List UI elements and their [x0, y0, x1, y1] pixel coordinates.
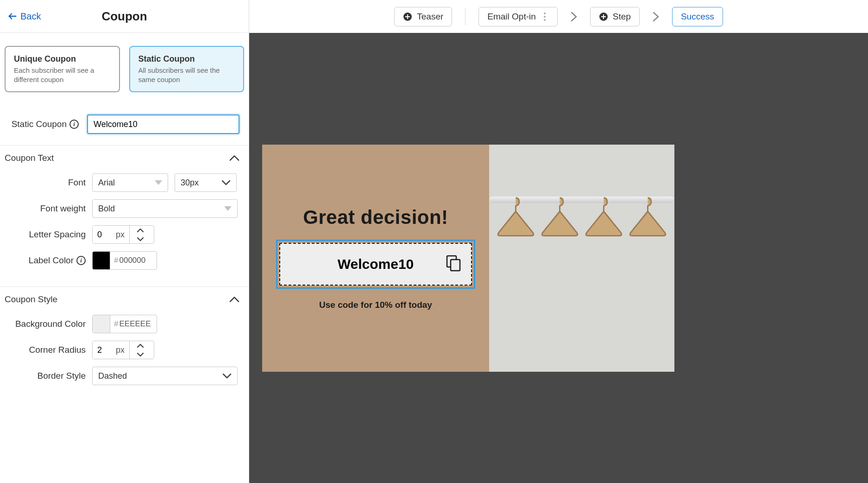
- chevron-up-icon: [229, 296, 239, 303]
- label-color-label: Label Color: [29, 255, 74, 266]
- bg-color-label: Background Color: [9, 319, 86, 329]
- plus-circle-icon: [599, 12, 608, 21]
- coupon-type-static-desc: All subscribers will see the same coupon: [138, 66, 235, 84]
- topbar-success-label: Success: [681, 12, 714, 22]
- copy-icon[interactable]: [444, 254, 463, 274]
- bg-color-hex[interactable]: EEEEEE: [119, 319, 151, 329]
- svg-rect-13: [451, 260, 460, 271]
- font-family-select[interactable]: Arial: [92, 173, 168, 192]
- coupon-type-static[interactable]: Static Coupon All subscribers will see t…: [129, 46, 245, 92]
- caret-down-icon: [155, 180, 162, 185]
- popup-image-panel: [489, 145, 674, 372]
- preview-canvas: Great decision! Welcome10 Use code for 1…: [249, 33, 868, 483]
- popup-headline[interactable]: Great decision!: [303, 206, 448, 229]
- topbar-email-optin[interactable]: Email Opt-in: [478, 7, 558, 26]
- bg-color-swatch[interactable]: [93, 315, 110, 333]
- topbar-separator: [465, 8, 465, 25]
- border-style-label: Border Style: [9, 371, 86, 381]
- chevron-down-icon: [221, 180, 231, 185]
- corner-radius-increment[interactable]: [130, 341, 151, 350]
- svg-marker-2: [224, 206, 232, 211]
- coupon-box: Welcome10: [279, 243, 472, 286]
- section-header-coupon-style[interactable]: Coupon Style: [0, 286, 249, 310]
- font-label: Font: [9, 178, 86, 188]
- svg-point-6: [544, 13, 546, 14]
- letter-spacing-label: Letter Spacing: [9, 229, 86, 240]
- hanger-icon: [626, 183, 670, 275]
- topbar-teaser-label: Teaser: [417, 12, 443, 22]
- coupon-type-static-title: Static Coupon: [138, 54, 235, 64]
- page-title: Coupon: [101, 9, 147, 24]
- corner-radius-input-group: px: [92, 341, 154, 359]
- font-weight-select[interactable]: Bold: [92, 199, 238, 218]
- hash-sign: #: [114, 319, 118, 329]
- svg-point-8: [544, 19, 546, 21]
- corner-radius-unit: px: [116, 341, 129, 359]
- svg-point-7: [544, 16, 546, 18]
- hanger-icon: [494, 183, 538, 275]
- coupon-type-unique[interactable]: Unique Coupon Each subscriber will see a…: [5, 46, 120, 92]
- topbar-step[interactable]: Step: [590, 7, 640, 26]
- topbar-step-label: Step: [613, 12, 631, 22]
- letter-spacing-increment[interactable]: [130, 226, 151, 235]
- border-style-select[interactable]: Dashed: [92, 367, 238, 385]
- back-button[interactable]: Back: [7, 11, 41, 22]
- label-color-swatch[interactable]: [93, 252, 110, 269]
- topbar-email-optin-label: Email Opt-in: [487, 12, 536, 22]
- popup-subtext[interactable]: Use code for 10% off today: [319, 300, 432, 310]
- topbar-teaser[interactable]: Teaser: [394, 7, 452, 26]
- info-icon[interactable]: i: [69, 120, 79, 129]
- hanger-icon: [582, 183, 626, 275]
- topbar-success[interactable]: Success: [672, 7, 723, 26]
- coupon-type-unique-title: Unique Coupon: [14, 54, 111, 64]
- chevron-up-icon: [229, 155, 239, 161]
- font-family-value: Arial: [98, 178, 115, 188]
- section-title-coupon-text: Coupon Text: [5, 153, 54, 163]
- font-size-value: 30px: [181, 178, 199, 188]
- svg-marker-1: [155, 180, 162, 185]
- font-weight-label: Font weight: [9, 203, 86, 214]
- border-style-value: Dashed: [98, 371, 127, 381]
- letter-spacing-unit: px: [116, 226, 129, 243]
- letter-spacing-decrement[interactable]: [130, 235, 151, 243]
- coupon-type-unique-desc: Each subscriber will see a different cou…: [14, 66, 111, 84]
- font-size-select[interactable]: 30px: [175, 173, 237, 192]
- hangers-group: [489, 183, 674, 275]
- coupon-code-text: Welcome10: [338, 256, 414, 272]
- bg-color-group: # EEEEEE: [92, 315, 157, 333]
- font-weight-value: Bold: [98, 204, 115, 214]
- chevron-right-icon: [571, 12, 577, 22]
- label-color-group: # 000000: [92, 251, 157, 270]
- chevron-right-icon: [653, 12, 659, 22]
- popup-left-panel: Great decision! Welcome10 Use code for 1…: [262, 145, 489, 372]
- letter-spacing-input[interactable]: [93, 226, 116, 243]
- caret-down-icon: [224, 206, 232, 211]
- popup-preview: Great decision! Welcome10 Use code for 1…: [262, 145, 674, 372]
- arrow-left-icon: [7, 11, 18, 21]
- more-vertical-icon[interactable]: [541, 13, 549, 21]
- corner-radius-decrement[interactable]: [130, 350, 151, 359]
- corner-radius-input[interactable]: [93, 341, 116, 359]
- coupon-element-selected[interactable]: Welcome10: [276, 240, 475, 289]
- letter-spacing-input-group: px: [92, 225, 154, 244]
- hanger-icon: [538, 183, 582, 275]
- section-title-coupon-style: Coupon Style: [5, 294, 57, 305]
- hash-sign: #: [114, 256, 118, 265]
- chevron-down-icon: [222, 373, 232, 379]
- section-header-coupon-text[interactable]: Coupon Text: [0, 145, 249, 169]
- label-color-hex[interactable]: 000000: [119, 256, 145, 265]
- back-label: Back: [20, 11, 41, 22]
- info-icon[interactable]: i: [76, 256, 86, 265]
- static-coupon-input[interactable]: [87, 114, 239, 134]
- corner-radius-label: Corner Radius: [9, 345, 86, 355]
- static-coupon-label: Static Coupon: [12, 119, 67, 129]
- plus-circle-icon: [403, 12, 412, 21]
